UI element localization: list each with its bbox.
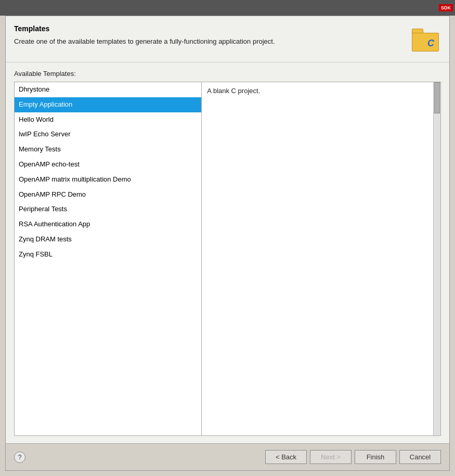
header-text-area: Templates Create one of the available te…	[14, 24, 410, 46]
template-item-zynq-fsbl[interactable]: Zynq FSBL	[15, 247, 201, 262]
template-item-rsa-authentication-app[interactable]: RSA Authentication App	[15, 217, 201, 232]
lists-container: DhrystoneEmpty ApplicationHello WorldlwI…	[14, 82, 441, 436]
description-text: A blank C project.	[207, 87, 260, 95]
dialog-description: Create one of the available templates to…	[14, 37, 410, 46]
folder-icon: C	[412, 29, 439, 52]
template-list[interactable]: DhrystoneEmpty ApplicationHello WorldlwI…	[15, 82, 202, 435]
template-item-memory-tests[interactable]: Memory Tests	[15, 142, 201, 157]
template-item-empty-application[interactable]: Empty Application	[15, 97, 201, 112]
dialog-title: Templates	[14, 24, 410, 33]
cancel-button[interactable]: Cancel	[399, 450, 441, 464]
header-icon-area: C	[410, 24, 441, 56]
scrollbar[interactable]	[433, 82, 440, 435]
back-button[interactable]: < Back	[265, 450, 307, 464]
next-button[interactable]: Next >	[310, 450, 352, 464]
footer-left: ?	[14, 452, 25, 463]
description-panel: A blank C project.	[202, 82, 433, 435]
dialog-content: Available Templates: DhrystoneEmpty Appl…	[6, 62, 449, 443]
template-item-peripheral-tests[interactable]: Peripheral Tests	[15, 202, 201, 217]
help-button[interactable]: ?	[14, 452, 25, 463]
dialog-footer: ? < Back Next > Finish Cancel	[6, 443, 449, 470]
dialog-header: Templates Create one of the available te…	[6, 16, 449, 62]
footer-right: < Back Next > Finish Cancel	[265, 450, 441, 464]
sdk-badge: SDK	[439, 4, 453, 11]
template-item-lwip-echo-server[interactable]: lwIP Echo Server	[15, 127, 201, 142]
scrollbar-thumb[interactable]	[434, 82, 440, 113]
template-item-openamp-matrix-multiplication-demo[interactable]: OpenAMP matrix multiplication Demo	[15, 172, 201, 187]
template-item-hello-world[interactable]: Hello World	[15, 112, 201, 127]
template-item-dhrystone[interactable]: Dhrystone	[15, 82, 201, 97]
templates-dialog: Templates Create one of the available te…	[5, 16, 450, 471]
template-item-zynq-dram-tests[interactable]: Zynq DRAM tests	[15, 232, 201, 247]
available-templates-label: Available Templates:	[14, 70, 441, 78]
template-item-openamp-rpc-demo[interactable]: OpenAMP RPC Demo	[15, 187, 201, 202]
finish-button[interactable]: Finish	[355, 450, 396, 464]
template-item-openamp-echo-test[interactable]: OpenAMP echo-test	[15, 157, 201, 172]
